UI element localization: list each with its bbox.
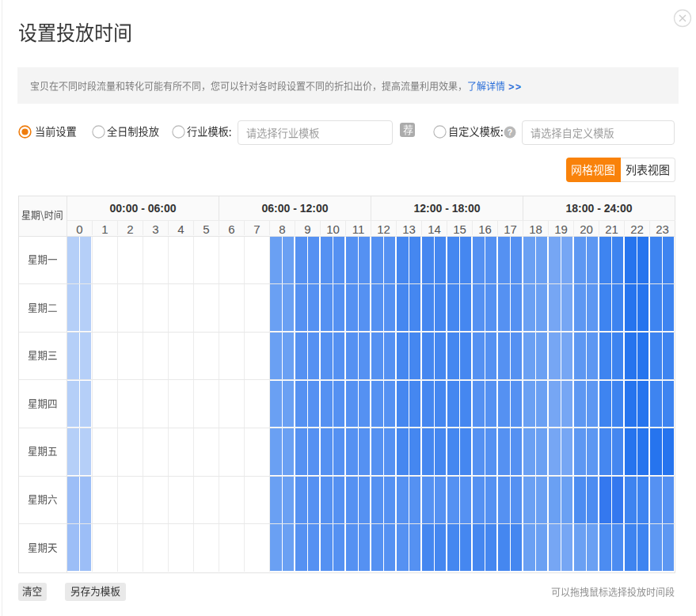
svg-text:?: ? (508, 127, 512, 137)
